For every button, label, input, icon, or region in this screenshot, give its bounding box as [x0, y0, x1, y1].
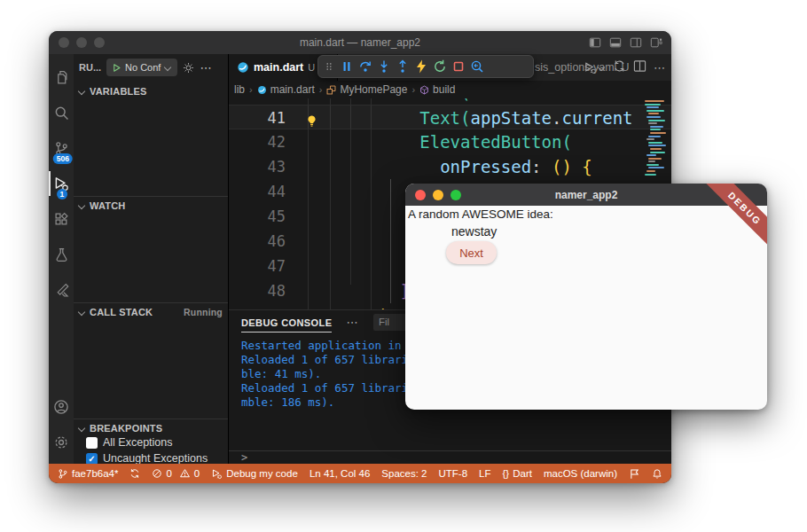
activity-item-testing[interactable] — [49, 237, 74, 272]
panel-title: RU... — [79, 62, 101, 73]
breadcrumb-lib[interactable]: lib — [234, 83, 245, 96]
notifications-bell-icon[interactable] — [652, 468, 662, 480]
flutter-app-window: namer_app2 A random AWESOME idea: newsta… — [405, 184, 767, 410]
start-debug-icon — [112, 63, 121, 73]
braces-icon: {} — [503, 468, 510, 479]
symbol-class-icon — [326, 85, 336, 95]
git-status: U — [308, 62, 315, 73]
errors-icon — [152, 468, 162, 479]
line-number: 48 — [229, 278, 286, 303]
more-actions-icon[interactable]: ⋯ — [200, 61, 211, 74]
os-target-item[interactable]: macOS (darwin) — [544, 468, 617, 479]
line-number: 49 — [229, 303, 286, 309]
pause-icon[interactable] — [340, 59, 354, 74]
checkbox-all-exceptions[interactable] — [86, 437, 98, 449]
debug-icon — [211, 468, 223, 480]
toggle-sidebar-icon[interactable] — [589, 36, 601, 49]
line-number: 43 — [229, 154, 286, 179]
run-debug-sidebar: RU... No Conf ⋯ VARIABLES WATCH CALL STA… — [74, 54, 229, 464]
problems-item[interactable]: 0 0 — [152, 468, 200, 479]
line-number: 45 — [229, 204, 286, 229]
activity-bar: 5061 — [49, 54, 74, 464]
line-number: 42 — [229, 129, 286, 154]
line-number: 44 — [229, 179, 286, 204]
drag-handle-icon[interactable] — [323, 59, 335, 74]
stop-icon[interactable] — [451, 59, 466, 74]
debug-status-item[interactable]: Debug my code — [211, 468, 298, 480]
breakpoint-all-exceptions[interactable]: All Exceptions — [86, 434, 228, 450]
activity-item-explorer[interactable] — [49, 59, 74, 95]
activity-item-accounts[interactable] — [49, 389, 74, 425]
activity-item-run-debug[interactable]: 1 — [49, 166, 74, 201]
section-variables[interactable]: VARIABLES — [74, 82, 228, 100]
code-line-41[interactable]: 41 Text(appState.current — [229, 105, 671, 129]
activity-item-settings[interactable] — [49, 425, 74, 460]
next-button[interactable]: Next — [446, 241, 497, 264]
branch-icon — [58, 468, 68, 480]
status-bar: fae7b6a4* 0 0 Debug my code Ln 41, Col 4… — [49, 464, 671, 483]
toggle-secondary-sidebar-icon[interactable] — [630, 36, 642, 49]
encoding-item[interactable]: UTF-8 — [438, 468, 467, 479]
generated-word: newstay — [451, 224, 497, 239]
activity-item-search[interactable] — [49, 95, 74, 130]
code-text: ), — [298, 303, 399, 309]
dart-file-icon — [257, 85, 267, 95]
code-text: ] — [298, 278, 410, 303]
step-out-icon[interactable] — [396, 59, 410, 74]
vscode-titlebar[interactable]: main.dart — namer_app2 — [49, 31, 671, 54]
cursor-position-item[interactable]: Ln 41, Col 46 — [309, 468, 370, 479]
indentation-item[interactable]: Spaces: 2 — [381, 468, 427, 479]
code-line-42[interactable]: 42 ElevatedButton( — [229, 129, 671, 154]
gear-icon[interactable] — [183, 62, 194, 74]
activity-item-flutter[interactable] — [49, 272, 74, 308]
split-editor-icon[interactable] — [633, 59, 646, 76]
run-or-debug-icon[interactable] — [584, 61, 606, 74]
line-number: 47 — [229, 254, 286, 278]
hot-reload-icon[interactable] — [414, 59, 428, 74]
breakpoint-uncaught-exceptions[interactable]: Uncaught Exceptions — [86, 450, 228, 464]
minimap[interactable] — [643, 100, 670, 176]
activity-badge: 1 — [57, 189, 67, 200]
dart-file-icon — [237, 61, 249, 74]
code-line-43[interactable]: 43 onPressed: () { — [229, 154, 671, 179]
step-into-icon[interactable] — [377, 59, 391, 74]
eol-item[interactable]: LF — [479, 468, 490, 479]
section-watch[interactable]: WATCH — [74, 196, 228, 214]
sync-item[interactable] — [129, 468, 140, 479]
widget-inspector-icon[interactable] — [470, 59, 484, 74]
code-text: Text(appState.current — [298, 106, 633, 130]
code-text: ElevatedButton( — [298, 129, 572, 154]
line-number: 41 — [229, 106, 286, 130]
customize-layout-icon[interactable] — [650, 36, 662, 49]
compare-changes-icon[interactable] — [613, 59, 626, 76]
toggle-panel-icon[interactable] — [609, 36, 622, 49]
window-title: main.dart — namer_app2 — [49, 36, 671, 49]
code-text: Text('A random AWESOME idea:'), — [298, 98, 671, 105]
debug-toolbar — [317, 55, 534, 78]
activity-item-extensions[interactable] — [49, 201, 74, 237]
activity-item-source-control[interactable]: 506 — [49, 130, 74, 166]
restart-icon[interactable] — [433, 59, 447, 74]
sync-icon — [129, 468, 140, 479]
checkbox-uncaught-exceptions[interactable] — [86, 453, 98, 465]
launch-config-dropdown[interactable]: No Conf — [106, 59, 177, 76]
panel-more-actions-icon[interactable]: ⋯ — [346, 316, 358, 329]
symbol-method-icon — [419, 85, 429, 95]
code-line-40[interactable]: Text('A random AWESOME idea:'), — [229, 98, 671, 105]
breadcrumb-main-dart[interactable]: main.dart — [270, 83, 315, 96]
call-stack-status: Running — [184, 307, 223, 317]
step-over-icon[interactable] — [358, 59, 372, 74]
breadcrumb-build[interactable]: build — [433, 83, 455, 96]
editor-more-actions-icon[interactable]: ⋯ — [654, 61, 666, 74]
language-mode-item[interactable]: {}Dart — [503, 468, 532, 479]
section-call-stack[interactable]: CALL STACKRunning — [74, 302, 228, 320]
breadcrumbs: lib › main.dart › MyHomePage › build — [229, 81, 671, 98]
breadcrumb-myhomepage[interactable]: MyHomePage — [340, 83, 407, 96]
line-number: 46 — [229, 229, 286, 254]
git-branch-item[interactable]: fae7b6a4* — [58, 468, 118, 480]
tab-debug-console[interactable]: DEBUG CONSOLE — [241, 313, 332, 332]
section-breakpoints[interactable]: BREAKPOINTS — [74, 419, 228, 436]
console-prompt[interactable]: > — [229, 450, 671, 464]
feedback-flag-icon[interactable] — [629, 468, 640, 480]
warnings-icon — [179, 468, 191, 479]
